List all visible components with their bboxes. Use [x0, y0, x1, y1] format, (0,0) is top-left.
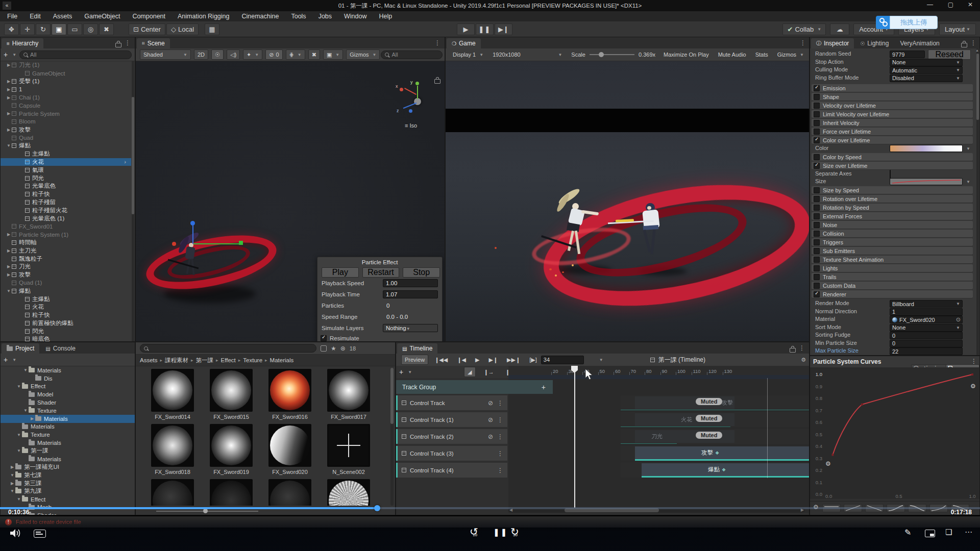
- track-clip-row[interactable]: 刀光Muted: [621, 429, 810, 444]
- hierarchy-item[interactable]: ▶Particle System: [1, 110, 131, 118]
- module-toggle-custom-data[interactable]: Custom Data: [812, 282, 973, 289]
- menu-item-assets[interactable]: Assets: [53, 13, 72, 20]
- hierarchy-item[interactable]: 主爆點: [1, 295, 131, 303]
- track-menu-icon[interactable]: ⋮: [497, 399, 503, 407]
- hierarchy-item[interactable]: 前置極快的爆點: [1, 319, 131, 328]
- pivot-local-button[interactable]: ◇Local: [166, 23, 199, 35]
- inspector-field-value[interactable]: 22: [890, 347, 963, 355]
- module-toggle-rotation-by-speed[interactable]: Rotation by Speed: [812, 204, 973, 211]
- breadcrumb-item[interactable]: Materials: [270, 357, 294, 363]
- track-header-1[interactable]: Control Track (1)⊘⋮: [396, 412, 507, 427]
- asset-thumbnail[interactable]: [151, 479, 194, 506]
- collab-button[interactable]: ✔Collab▼: [782, 23, 826, 35]
- module-toggle-size-over-lifetime[interactable]: Size over Lifetime: [812, 162, 973, 169]
- pivot-center-button[interactable]: ⊡Center: [129, 23, 165, 35]
- module-toggle-shape[interactable]: Shape: [812, 93, 973, 101]
- lighting-toggle-icon[interactable]: ☉: [211, 49, 224, 60]
- hierarchy-item[interactable]: ▶Chai (1): [1, 93, 131, 102]
- hand-tool-icon[interactable]: ✥: [4, 23, 19, 35]
- hierarchy-item[interactable]: 粒子快: [1, 190, 131, 198]
- hierarchy-item[interactable]: 閃光: [1, 174, 131, 182]
- asset-thumbnail-FX_Sword018[interactable]: [151, 424, 194, 467]
- add-asset-button[interactable]: +: [4, 356, 8, 364]
- inspector-field-value[interactable]: FX_Sword020⊙: [890, 316, 963, 323]
- axis-line-green[interactable]: [193, 243, 240, 244]
- tab-veryanimation[interactable]: VeryAnimation: [895, 38, 944, 48]
- pe-stop-button[interactable]: Stop: [403, 267, 440, 278]
- hierarchy-item[interactable]: FX_Sword01: [1, 222, 131, 231]
- project-tree-item[interactable]: ▼Texture: [1, 407, 135, 415]
- hierarchy-item[interactable]: ▶刀光: [1, 263, 131, 271]
- module-toggle-color-over-lifetime[interactable]: Color over Lifetime: [812, 136, 973, 144]
- resolution-dropdown[interactable]: 980x551▼: [489, 50, 565, 59]
- timeline-play-icon[interactable]: ▶: [472, 355, 482, 364]
- grid-snap-icon[interactable]: ▦: [205, 23, 219, 35]
- project-tree-item[interactable]: ▼Effect: [1, 383, 135, 391]
- menu-item-animation-rigging[interactable]: Animation Rigging: [178, 13, 229, 20]
- breadcrumb-item[interactable]: 第一課: [196, 357, 214, 364]
- tab-hierarchy[interactable]: ≡Hierarchy: [2, 38, 43, 48]
- inspector-field-value[interactable]: None▼: [890, 59, 963, 66]
- fullscreen-icon[interactable]: ❏: [945, 528, 952, 537]
- axis-handle-red[interactable]: [172, 242, 176, 246]
- module-toggle-limit-velocity-over-lifetime[interactable]: Limit Velocity over Lifetime: [812, 110, 973, 118]
- asset-thumbnail-FX_Sword017[interactable]: [327, 369, 370, 412]
- project-tree-item[interactable]: Model: [1, 390, 135, 398]
- inspector-field-value[interactable]: 9779: [890, 51, 925, 58]
- hierarchy-item[interactable]: ▼爆點: [1, 287, 131, 295]
- lock-icon[interactable]: [790, 348, 796, 353]
- module-toggle-size-by-speed[interactable]: Size by Speed: [812, 186, 973, 194]
- project-tree-item[interactable]: Shader: [1, 398, 135, 407]
- track-clip-row[interactable]: 攻擊Muted: [621, 395, 810, 410]
- hierarchy-item[interactable]: Bloom: [1, 118, 131, 126]
- move-tool-icon[interactable]: ✛: [20, 23, 35, 35]
- track-header-4[interactable]: Control Track (4)⋮: [396, 463, 507, 478]
- project-tree-item[interactable]: ▼Materials: [1, 366, 135, 374]
- frame-field[interactable]: 34: [541, 356, 584, 364]
- module-toggle-collision[interactable]: Collision: [812, 230, 973, 237]
- annotate-pencil-icon[interactable]: ✎: [904, 528, 911, 537]
- module-toggle-lights[interactable]: Lights: [812, 264, 973, 272]
- assets-scrollbar[interactable]: [390, 368, 394, 506]
- project-tree-item[interactable]: ▼Effect: [1, 495, 135, 504]
- prev-frame-icon[interactable]: ❙◀: [454, 355, 469, 364]
- maximize-on-play-button[interactable]: Maximize On Play: [660, 50, 712, 59]
- gizmo-projection-label[interactable]: ≡ Iso: [405, 122, 417, 129]
- project-tree-item[interactable]: ▼第九課: [1, 487, 135, 495]
- rect-tool-icon[interactable]: ▭: [67, 23, 82, 35]
- curves-menu-icon[interactable]: ⋮: [971, 358, 977, 365]
- scale-tool-icon[interactable]: ▣: [52, 23, 66, 35]
- inspector-field-value[interactable]: Disabled▼: [890, 74, 963, 82]
- timeline-preview-button[interactable]: Preview: [401, 355, 428, 365]
- minimize-icon[interactable]: —: [927, 1, 933, 8]
- hierarchy-item[interactable]: ▶Particle System (1): [1, 231, 131, 239]
- goto-start-icon[interactable]: ❙◀◀: [431, 355, 451, 364]
- asset-thumbnail-FX_Sword014[interactable]: [151, 369, 194, 412]
- pe-play-button[interactable]: Play: [322, 267, 359, 278]
- playhead-line[interactable]: [574, 371, 575, 513]
- hierarchy-item[interactable]: Quad (1): [1, 279, 131, 287]
- project-tree-item[interactable]: Materials: [1, 439, 135, 447]
- display-dropdown[interactable]: Display 1▼: [450, 50, 486, 59]
- module-toggle-triggers[interactable]: Triggers: [812, 238, 973, 246]
- scene-menu-icon[interactable]: ⋮: [434, 39, 440, 46]
- timeline-dropdown-icon[interactable]: ▼: [599, 358, 603, 362]
- track-menu-icon[interactable]: ⋮: [497, 467, 503, 474]
- menu-item-gameobject[interactable]: GameObject: [84, 13, 120, 20]
- project-tree-item[interactable]: ▶第一課補充UI: [1, 463, 135, 471]
- menu-item-help[interactable]: Help: [379, 13, 393, 20]
- curves-plot[interactable]: 1.00.90.80.70.60.50.40.30.20.10.00.00.51…: [810, 367, 979, 499]
- mute-audio-button[interactable]: Mute Audio: [715, 50, 749, 59]
- module-toggle-velocity-over-lifetime[interactable]: Velocity over Lifetime: [812, 102, 973, 109]
- curve-gear-left-icon[interactable]: ⚙: [825, 460, 831, 467]
- timeline-clip-area[interactable]: 2030405060708090100110120130 攻擊Muted火花Mu…: [508, 366, 810, 513]
- close-icon[interactable]: ✕: [968, 1, 973, 8]
- lock-icon[interactable]: [961, 43, 967, 47]
- add-object-button[interactable]: +: [4, 51, 8, 59]
- sprite-filter-icon[interactable]: [321, 345, 327, 352]
- assets-search-input[interactable]: [140, 344, 316, 353]
- tab-lighting[interactable]: ☉Lighting: [855, 38, 894, 48]
- camera-dropdown-icon[interactable]: ▣▼: [323, 49, 343, 60]
- hierarchy-menu-icon[interactable]: ⋮: [125, 39, 131, 46]
- maximize-icon[interactable]: ▢: [948, 1, 953, 8]
